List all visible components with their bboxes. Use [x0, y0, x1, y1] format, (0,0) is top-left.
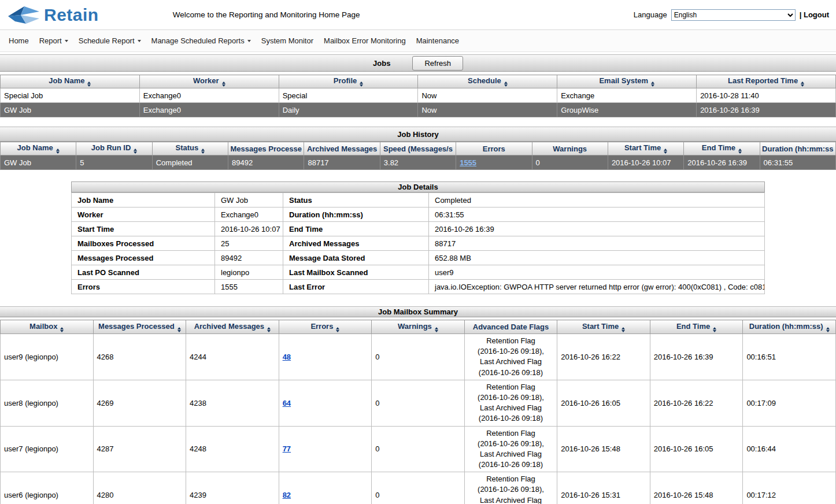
errors-count-link[interactable]: 1555 [460, 158, 476, 167]
cell-errors: 48 [279, 334, 372, 380]
details-row: Job Name GW Job Status Completed [72, 193, 765, 207]
details-value: 25 [215, 236, 283, 251]
cell-messages-processed: 4268 [93, 334, 186, 380]
cell-warnings: 0 [372, 380, 465, 426]
cell-worker: Exchange0 [139, 103, 279, 117]
table-row-user7[interactable]: user7 (legionpo) 4287 4248 77 0 Retentio… [1, 426, 836, 472]
jobs-col-email-system[interactable]: Email System [557, 75, 697, 88]
cell-advanced-date-flags: Retention Flag (2016-10-26 09:18), Last … [464, 472, 557, 504]
flag-line: (2016-10-26 09:18), [468, 392, 554, 403]
jobs-col-job-name[interactable]: Job Name [1, 75, 140, 88]
details-value: legionpo [215, 265, 283, 280]
jh-col-speed[interactable]: Speed (Messages/s [380, 142, 456, 155]
table-row-gw-job-selected[interactable]: GW Job Exchange0 Daily Now GroupWise 201… [1, 103, 836, 117]
language-select[interactable]: English [671, 9, 796, 21]
table-row-job-run-selected[interactable]: GW Job 5 Completed 89492 88717 3.82 1555… [1, 155, 836, 170]
errors-count-link[interactable]: 77 [283, 444, 291, 453]
table-row-user9[interactable]: user9 (legionpo) 4268 4244 48 0 Retentio… [1, 334, 836, 380]
jms-col-messages-processed[interactable]: Messages Processed [93, 320, 186, 334]
nav-maintenance[interactable]: Maintenance [416, 36, 459, 45]
jh-col-end-time[interactable]: End Time [684, 142, 760, 155]
col-label: Warnings [398, 322, 432, 331]
jms-col-start-time[interactable]: Start Time [557, 320, 650, 334]
cell-last-reported-time: 2016-10-26 16:39 [697, 103, 836, 117]
jh-col-errors[interactable]: Errors [456, 142, 532, 155]
job-mailbox-summary-section: Job Mailbox Summary Mailbox Messages Pro… [0, 306, 836, 504]
cell-mailbox: user9 (legionpo) [1, 334, 94, 380]
jh-col-messages-processed[interactable]: Messages Processe [228, 142, 304, 155]
cell-start-time: 2016-10-26 15:48 [557, 426, 650, 472]
jh-col-start-time[interactable]: Start Time [608, 142, 683, 155]
cell-profile: Special [279, 88, 418, 103]
logout-link[interactable]: | Logout [800, 10, 829, 19]
details-label: Status [283, 193, 429, 207]
cell-worker: Exchange0 [139, 88, 279, 103]
nav-system-monitor[interactable]: System Monitor [261, 36, 313, 45]
flag-line: Last Archived Flag [468, 403, 554, 413]
cell-advanced-date-flags: Retention Flag (2016-10-26 09:18), Last … [464, 426, 557, 472]
table-row-special-job[interactable]: Special Job Exchange0 Special Now Exchan… [1, 88, 836, 103]
col-label: Messages Processed [98, 322, 175, 331]
details-label: Start Time [72, 222, 215, 236]
table-row-user8[interactable]: user8 (legionpo) 4269 4238 64 0 Retentio… [1, 380, 836, 426]
sort-icon [87, 81, 91, 87]
col-label: Start Time [582, 322, 619, 331]
col-label: Duration (hh:mm:ss) [749, 322, 823, 331]
col-label: Email System [599, 76, 648, 85]
table-row-user6[interactable]: user6 (legionpo) 4280 4239 82 0 Retentio… [1, 472, 836, 504]
cell-end-time: 2016-10-26 15:48 [650, 472, 743, 504]
jobs-table: Job Name Worker Profile Schedule Email S… [0, 75, 836, 117]
sort-icon [622, 327, 625, 332]
jh-col-warnings[interactable]: Warnings [532, 142, 608, 155]
jh-col-job-run-id[interactable]: Job Run ID [76, 142, 152, 155]
errors-count-link[interactable]: 64 [283, 399, 291, 407]
app-logo[interactable]: Retain [7, 5, 99, 25]
jh-col-job-name[interactable]: Job Name [1, 142, 76, 155]
nav-report[interactable]: Report [39, 36, 68, 45]
nav-schedule-report[interactable]: Schedule Report [79, 36, 141, 45]
logo-text: Retain [44, 5, 99, 25]
cell-end-time: 2016-10-26 16:05 [650, 426, 743, 472]
nav-home[interactable]: Home [9, 36, 29, 45]
sort-icon [56, 149, 60, 154]
jobs-col-profile[interactable]: Profile [279, 75, 418, 88]
col-label: Job Name [49, 76, 84, 85]
jms-col-warnings[interactable]: Warnings [372, 320, 465, 334]
sort-icon [504, 81, 508, 87]
cell-job-name: GW Job [1, 155, 76, 170]
job-mailbox-summary-table: Mailbox Messages Processed Archived Mess… [0, 320, 836, 504]
jobs-col-worker[interactable]: Worker [139, 75, 279, 88]
details-label: Message Data Stored [283, 251, 429, 265]
jobs-col-schedule[interactable]: Schedule [418, 75, 557, 88]
col-label: Mailbox [29, 322, 57, 331]
cell-warnings: 0 [532, 155, 608, 170]
job-history-table: Job Name Job Run ID Status Messages Proc… [0, 142, 836, 170]
details-row: Errors 1555 Last Error java.io.IOExcepti… [72, 280, 765, 294]
jh-col-archived-messages[interactable]: Archived Messages [304, 142, 380, 155]
errors-count-link[interactable]: 48 [283, 353, 291, 361]
job-details-table: Job Name GW Job Status Completed Worker … [71, 192, 765, 294]
job-history-title: Job History [397, 130, 439, 139]
refresh-button[interactable]: Refresh [412, 56, 463, 71]
jms-col-errors[interactable]: Errors [279, 320, 372, 334]
top-header: Retain Welcome to the Reporting and Moni… [0, 0, 836, 30]
nav-manage-scheduled-reports[interactable]: Manage Scheduled Reports [151, 36, 251, 45]
jms-col-archived-messages[interactable]: Archived Messages [186, 320, 279, 334]
jobs-title: Jobs [373, 59, 390, 68]
col-label: Start Time [624, 143, 661, 152]
jobs-col-last-reported-time[interactable]: Last Reported Time [697, 75, 836, 88]
jh-col-status[interactable]: Status [152, 142, 228, 155]
jms-col-end-time[interactable]: End Time [650, 320, 743, 334]
errors-count-link[interactable]: 82 [283, 491, 291, 499]
jms-col-duration[interactable]: Duration (hh:mm:ss) [743, 320, 836, 334]
cell-errors: 77 [279, 426, 372, 472]
jms-col-mailbox[interactable]: Mailbox [1, 320, 94, 334]
details-value: Exchange0 [215, 207, 283, 222]
nav-mailbox-error-monitoring[interactable]: Mailbox Error Monitoring [324, 36, 406, 45]
col-label: Status [176, 143, 199, 152]
nav-schedule-report-label: Schedule Report [79, 36, 135, 45]
jh-col-duration[interactable]: Duration (hh:mm:ss [760, 142, 835, 155]
chevron-down-icon [247, 40, 251, 42]
job-history-header-row: Job Name Job Run ID Status Messages Proc… [1, 142, 836, 155]
details-label: Job Name [72, 193, 215, 207]
